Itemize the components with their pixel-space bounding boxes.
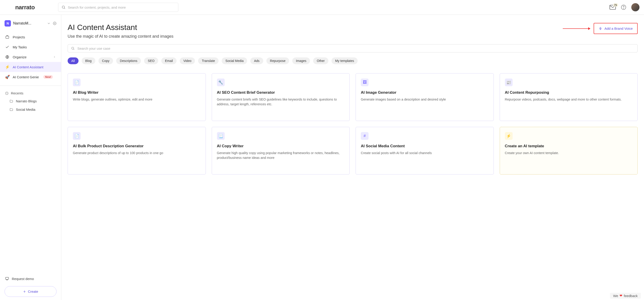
card-description: Generate images based on a description a… (361, 97, 488, 102)
nav-ai-content-genie[interactable]: 🚀 AI Content Genie New! (0, 72, 61, 82)
card-icon: # (361, 132, 368, 140)
user-avatar[interactable] (631, 3, 640, 11)
brand-voice-label: Add a Brand Voice (604, 26, 633, 30)
help-icon[interactable] (621, 4, 626, 10)
template-card[interactable]: #AI Social Media ContentCreate social po… (356, 127, 494, 174)
request-demo-link[interactable]: Request demo (4, 274, 56, 283)
notifications-count: 71 (613, 4, 618, 6)
workspace-initial: N (4, 20, 11, 26)
page-title: AI Content Assistant (68, 23, 173, 32)
heart-icon: ❤ (620, 294, 622, 298)
create-button[interactable]: Create (4, 286, 56, 297)
template-card[interactable]: ⚡Create an AI templateCreate your own AI… (500, 127, 638, 174)
create-label: Create (28, 290, 38, 294)
svg-point-4 (623, 8, 624, 8)
page-subtitle: Use the magic of AI to create amazing co… (68, 34, 173, 39)
filter-chip[interactable]: Descriptions (116, 58, 141, 64)
use-case-search-input[interactable] (78, 46, 634, 50)
rocket-icon: 🚀 (5, 75, 10, 79)
card-title: AI SEO Content Brief Generator (217, 90, 345, 95)
filter-chip[interactable]: Other (313, 58, 328, 64)
template-card[interactable]: 📄AI Blog WriterWrite blogs, generate out… (68, 73, 206, 121)
chevron-right-icon (53, 55, 56, 58)
filter-chip[interactable]: Copy (98, 58, 113, 64)
add-brand-voice-button[interactable]: Add a Brand Voice (594, 23, 638, 34)
recents-header: Recents (0, 90, 61, 97)
svg-line-1 (64, 8, 65, 8)
svg-line-12 (74, 49, 74, 50)
svg-rect-10 (600, 27, 601, 29)
template-card[interactable]: 🖼AI Image GeneratorGenerate images based… (356, 73, 494, 121)
feedback-post: feedback (624, 294, 638, 298)
svg-point-5 (54, 23, 55, 24)
card-description: Write blogs, generate outlines, optimize… (73, 97, 200, 102)
new-badge: New! (43, 75, 53, 79)
nav-ai-content-assistant[interactable]: ⚡ AI Content Assistant (0, 62, 61, 72)
globe-icon (5, 55, 10, 59)
plus-icon (23, 290, 26, 293)
recent-label: Narrato Blogs (16, 99, 37, 103)
filter-chip[interactable]: Email (161, 58, 176, 64)
template-card[interactable]: 🔧AI SEO Content Brief GeneratorGenerate … (212, 73, 350, 121)
nav-organize[interactable]: Organize (0, 52, 61, 62)
card-icon: ⚡ (505, 132, 512, 140)
card-description: Create your own AI content template. (505, 151, 633, 156)
check-icon (5, 45, 10, 49)
lightning-icon: ⚡ (5, 65, 10, 69)
filter-chip[interactable]: My templates (332, 58, 358, 64)
card-title: AI Image Generator (361, 90, 488, 95)
nav-label: AI Content Genie (13, 75, 39, 79)
card-description: Repurpose videos, podcasts, docs, webpag… (505, 97, 633, 102)
card-icon: 🔧 (217, 78, 225, 86)
filter-chip[interactable]: Ads (250, 58, 263, 64)
notifications-button[interactable]: 71 (610, 5, 616, 10)
clock-icon (5, 92, 8, 95)
request-demo-label: Request demo (12, 277, 34, 281)
filter-chip[interactable]: Social Media (222, 58, 247, 64)
recent-item[interactable]: Social Media (0, 105, 61, 114)
gear-icon[interactable] (53, 22, 56, 25)
card-title: AI Content Repurposing (505, 90, 633, 95)
use-case-search[interactable] (68, 44, 638, 52)
nav-my-tasks[interactable]: My Tasks (0, 42, 61, 52)
workspace-switcher[interactable]: N NarratoM... (0, 18, 61, 29)
nav-label: Projects (13, 35, 25, 39)
filter-chip[interactable]: Repurpose (266, 58, 289, 64)
card-description: Create social posts with AI for all soci… (361, 151, 488, 156)
svg-rect-9 (6, 277, 8, 279)
template-card[interactable]: 📄AI Bulk Product Description GeneratorGe… (68, 127, 206, 174)
card-icon: 📄 (73, 132, 80, 140)
feedback-badge[interactable]: We ❤ feedback (610, 293, 641, 299)
card-description: Generate content briefs with SEO guideli… (217, 97, 345, 107)
logo[interactable]: narrato (4, 4, 46, 11)
template-card[interactable]: 📰AI Content RepurposingRepurpose videos,… (500, 73, 638, 121)
search-icon (62, 5, 66, 9)
highlight-arrow (563, 28, 590, 29)
briefcase-icon (5, 35, 10, 39)
card-icon: 📃 (217, 132, 225, 140)
filter-chip[interactable]: Images (292, 58, 310, 64)
nav-projects[interactable]: Projects (0, 32, 61, 42)
recent-label: Social Media (16, 108, 36, 112)
card-title: AI Social Media Content (361, 144, 488, 148)
global-search-input[interactable] (68, 6, 175, 9)
svg-rect-6 (6, 36, 9, 38)
monitor-icon (5, 277, 9, 281)
filter-chips: AllBlogCopyDescriptionsSEOEmailVideoTran… (68, 58, 638, 64)
filter-chip[interactable]: Video (180, 58, 195, 64)
global-search[interactable] (58, 3, 178, 12)
nav-label: My Tasks (13, 45, 27, 49)
svg-point-11 (72, 47, 74, 49)
card-title: AI Bulk Product Description Generator (73, 144, 200, 148)
chevron-down-icon (47, 22, 50, 25)
folder-icon (10, 100, 13, 103)
filter-chip[interactable]: SEO (144, 58, 158, 64)
filter-chip[interactable]: Translate (198, 58, 218, 64)
filter-chip[interactable]: All (68, 58, 78, 64)
template-card[interactable]: 📃AI Copy WriterGenerate high quality cop… (212, 127, 350, 174)
folder-icon (10, 108, 13, 112)
recent-item[interactable]: Narrato Blogs (0, 97, 61, 105)
filter-chip[interactable]: Blog (82, 58, 95, 64)
workspace-name: NarratoM... (13, 21, 45, 26)
card-icon: 🖼 (361, 78, 368, 86)
